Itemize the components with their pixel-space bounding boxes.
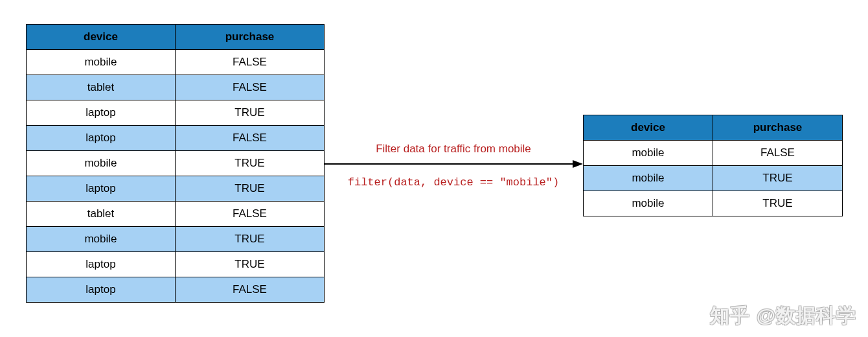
table-row: laptopTRUE [27, 252, 325, 277]
cell-device: laptop [27, 277, 176, 303]
cell-device: mobile [27, 50, 176, 75]
col-header-device: device [27, 25, 176, 50]
cell-device: laptop [27, 252, 176, 277]
table-row: mobileTRUE [27, 227, 325, 252]
cell-purchase: FALSE [176, 75, 325, 100]
table-row: tabletFALSE [27, 202, 325, 227]
col-header-purchase: purchase [713, 115, 843, 141]
table-header-row: device purchase [27, 25, 325, 50]
filter-arrow-group: Filter data for traffic from mobile filt… [324, 143, 583, 189]
table-row: laptopFALSE [27, 126, 325, 151]
cell-device: laptop [27, 176, 176, 202]
cell-device: mobile [584, 191, 713, 216]
cell-purchase: TRUE [176, 176, 325, 202]
watermark: 知乎 @数据科学 [710, 303, 856, 329]
cell-device: mobile [584, 141, 713, 166]
table-row: mobileTRUE [584, 191, 843, 216]
cell-device: mobile [584, 166, 713, 191]
cell-purchase: TRUE [176, 100, 325, 126]
cell-device: tablet [27, 202, 176, 227]
cell-purchase: FALSE [176, 202, 325, 227]
cell-purchase: TRUE [176, 227, 325, 252]
cell-purchase: FALSE [176, 126, 325, 151]
col-header-purchase: purchase [176, 25, 325, 50]
table-row: tabletFALSE [27, 75, 325, 100]
svg-marker-1 [573, 160, 583, 168]
table-row: mobileTRUE [27, 151, 325, 176]
cell-device: mobile [27, 151, 176, 176]
table-header-row: device purchase [584, 115, 843, 141]
cell-purchase: TRUE [176, 252, 325, 277]
result-table: device purchase mobileFALSE mobileTRUE m… [583, 115, 843, 216]
col-header-device: device [584, 115, 713, 141]
cell-purchase: FALSE [176, 277, 325, 303]
cell-purchase: TRUE [176, 151, 325, 176]
filter-code: filter(data, device == "mobile") [324, 176, 583, 189]
arrow-icon [324, 158, 583, 170]
table-row: mobileFALSE [584, 141, 843, 166]
cell-device: laptop [27, 100, 176, 126]
cell-purchase: FALSE [713, 141, 843, 166]
cell-device: tablet [27, 75, 176, 100]
table-row: laptopTRUE [27, 176, 325, 202]
table-row: laptopTRUE [27, 100, 325, 126]
table-row: mobileTRUE [584, 166, 843, 191]
source-table: device purchase mobileFALSE tabletFALSE … [26, 24, 325, 303]
table-row: laptopFALSE [27, 277, 325, 303]
cell-device: laptop [27, 126, 176, 151]
cell-purchase: TRUE [713, 191, 843, 216]
cell-purchase: FALSE [176, 50, 325, 75]
table-row: mobileFALSE [27, 50, 325, 75]
cell-device: mobile [27, 227, 176, 252]
cell-purchase: TRUE [713, 166, 843, 191]
filter-description: Filter data for traffic from mobile [324, 143, 583, 156]
